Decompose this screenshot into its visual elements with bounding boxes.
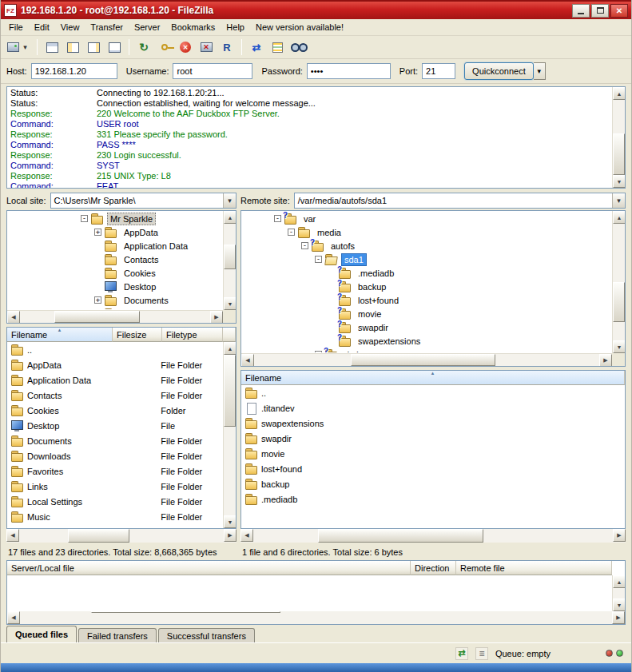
- queue-tab[interactable]: Successful transfers: [158, 628, 255, 642]
- menu-item[interactable]: Server: [129, 20, 165, 34]
- tree-expander-icon[interactable]: -: [288, 229, 295, 236]
- remote-list-horizontal-scrollbar[interactable]: [240, 529, 626, 543]
- scroll-up-button[interactable]: [613, 211, 626, 224]
- tree-item[interactable]: Application Data: [8, 239, 222, 252]
- site-manager-dropdown-icon[interactable]: [21, 40, 30, 54]
- column-header-server-local-file[interactable]: Server/Local file: [7, 561, 411, 575]
- menu-item[interactable]: Edit: [29, 20, 55, 34]
- toggle-message-log-button[interactable]: [42, 38, 62, 57]
- scrollbar-thumb[interactable]: [318, 529, 483, 543]
- file-row[interactable]: Desktop File: [8, 418, 222, 433]
- toggle-local-tree-button[interactable]: [63, 38, 82, 57]
- scroll-down-button[interactable]: [613, 340, 626, 353]
- host-input[interactable]: [31, 63, 117, 79]
- tree-item[interactable]: - sda1: [242, 252, 611, 266]
- tree-item[interactable]: ? swapdir: [242, 320, 611, 334]
- file-row[interactable]: .mediadb: [242, 491, 624, 507]
- file-row[interactable]: Favorites File Folder: [8, 463, 222, 479]
- file-row[interactable]: Documents File Folder: [8, 433, 222, 448]
- scrollbar-thumb[interactable]: [54, 311, 140, 323]
- scrollbar-track[interactable]: [613, 588, 625, 598]
- reconnect-button[interactable]: [217, 38, 237, 57]
- column-header-direction[interactable]: Direction: [411, 561, 456, 575]
- queue-vertical-scrollbar[interactable]: [612, 575, 625, 611]
- process-queue-button[interactable]: [155, 38, 174, 57]
- tree-expander-icon[interactable]: -: [274, 215, 281, 222]
- tree-item[interactable]: Desktop: [8, 280, 222, 293]
- minimize-button[interactable]: [572, 4, 590, 18]
- file-row[interactable]: ..: [242, 385, 624, 400]
- transfer-queue-list[interactable]: Server/Local file Direction Remote file: [6, 560, 626, 611]
- menu-item[interactable]: Transfer: [85, 20, 129, 34]
- scrollbar-track[interactable]: [613, 100, 625, 175]
- column-header-filename[interactable]: Filename: [241, 371, 625, 385]
- remote-site-dropdown-icon[interactable]: [612, 193, 625, 208]
- synchronized-browsing-status-icon[interactable]: [455, 647, 468, 660]
- scroll-right-button[interactable]: [613, 529, 626, 542]
- file-row[interactable]: movie: [242, 446, 624, 461]
- toggle-queue-button[interactable]: [105, 38, 124, 57]
- file-row[interactable]: backup: [242, 476, 624, 491]
- scroll-left-button[interactable]: [6, 529, 19, 542]
- local-list-vertical-scrollbar[interactable]: [223, 342, 236, 528]
- scroll-right-button[interactable]: [224, 529, 237, 542]
- tree-expander-icon[interactable]: +: [94, 229, 101, 236]
- tree-item[interactable]: Cookies: [8, 266, 222, 280]
- tree-expander-icon[interactable]: +: [315, 351, 322, 352]
- directory-comparison-button[interactable]: [268, 38, 287, 57]
- log-vertical-scrollbar[interactable]: [612, 87, 625, 188]
- scrollbar-thumb[interactable]: [613, 282, 625, 322]
- scrollbar-track[interactable]: [254, 354, 599, 366]
- file-row[interactable]: Downloads File Folder: [8, 448, 222, 463]
- file-row[interactable]: Cookies Folder: [8, 403, 222, 418]
- scroll-right-button[interactable]: [612, 611, 625, 624]
- scrollbar-thumb[interactable]: [91, 611, 280, 613]
- tree-item[interactable]: + Downloads: [8, 307, 222, 309]
- tree-item[interactable]: - Mr Sparkle: [8, 212, 222, 225]
- quickconnect-dropdown-button[interactable]: [534, 62, 546, 80]
- disconnect-button[interactable]: [197, 38, 216, 57]
- local-file-list[interactable]: Filename Filesize Filetype ..: [6, 327, 237, 529]
- tree-expander-icon[interactable]: +: [94, 296, 101, 304]
- remote-tree-horizontal-scrollbar[interactable]: [241, 353, 612, 366]
- scroll-left-button[interactable]: [7, 311, 20, 324]
- scrollbar-thumb[interactable]: [613, 133, 625, 175]
- port-input[interactable]: [422, 63, 455, 79]
- scroll-down-button[interactable]: [613, 598, 626, 611]
- cancel-button[interactable]: [176, 38, 195, 57]
- scroll-right-button[interactable]: [599, 354, 612, 367]
- message-log[interactable]: Status:Connecting to 192.168.1.20:21... …: [6, 86, 626, 189]
- scroll-up-button[interactable]: [613, 575, 626, 588]
- scrollbar-thumb[interactable]: [224, 245, 236, 269]
- tree-item[interactable]: ? swapextensions: [242, 334, 611, 348]
- file-row[interactable]: swapextensions: [242, 416, 624, 431]
- menu-item[interactable]: Help: [221, 20, 250, 34]
- scrollbar-thumb[interactable]: [224, 355, 236, 427]
- tree-item[interactable]: + Documents: [8, 293, 222, 307]
- scroll-up-button[interactable]: [224, 342, 237, 355]
- remote-file-list[interactable]: Filename .. .titandev: [240, 370, 626, 529]
- synchronized-browsing-button[interactable]: [247, 38, 266, 57]
- scroll-down-button[interactable]: [224, 297, 237, 310]
- maximize-button[interactable]: [591, 4, 609, 18]
- tree-item[interactable]: + ? dvd: [242, 348, 611, 352]
- remote-tree-vertical-scrollbar[interactable]: [612, 211, 625, 353]
- scrollbar-track[interactable]: [224, 224, 236, 297]
- scrollbar-thumb[interactable]: [68, 529, 129, 543]
- file-row[interactable]: .titandev: [242, 400, 624, 416]
- tree-expander-icon[interactable]: -: [301, 242, 308, 249]
- local-tree-vertical-scrollbar[interactable]: [223, 211, 236, 310]
- scrollbar-thumb[interactable]: [351, 354, 495, 366]
- tree-item[interactable]: ? lost+found: [242, 293, 611, 307]
- scroll-left-button[interactable]: [241, 354, 254, 367]
- tree-item[interactable]: - ? var: [242, 212, 611, 225]
- scroll-right-button[interactable]: [210, 311, 223, 324]
- menu-item[interactable]: File: [3, 20, 29, 34]
- local-list-horizontal-scrollbar[interactable]: [6, 529, 237, 543]
- password-input[interactable]: [307, 63, 391, 79]
- scrollbar-track[interactable]: [20, 611, 612, 624]
- tree-item[interactable]: + AppData: [8, 225, 222, 239]
- file-row[interactable]: Local Settings File Folder: [8, 494, 222, 509]
- file-row[interactable]: swapdir: [242, 431, 624, 446]
- column-header-filetype[interactable]: Filetype: [162, 328, 223, 342]
